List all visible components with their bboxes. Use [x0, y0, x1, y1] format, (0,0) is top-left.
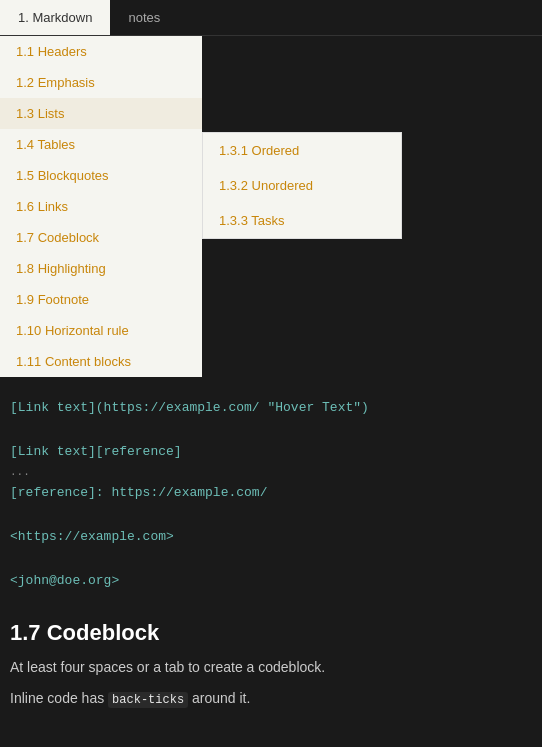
submenu-item-tasks[interactable]: 1.3.3 Tasks [203, 203, 401, 238]
tab-notes-label: notes [128, 10, 160, 25]
code-line-1: [Link text](https://example.com/ "Hover … [10, 397, 532, 419]
code-line-blank2 [10, 504, 532, 526]
codeblock-inline-code: back-ticks [108, 692, 188, 708]
tab-bar: 1. Markdown notes [0, 0, 542, 36]
menu-item-emphasis[interactable]: 1.2 Emphasis [0, 67, 202, 98]
menu-item-highlighting[interactable]: 1.8 Highlighting [0, 253, 202, 284]
code-line-blank3 [10, 548, 532, 570]
code-line-dots: ... [10, 463, 532, 482]
menu-area: 1.1 Headers 1.2 Emphasis 1.3 Lists 1.4 T… [0, 36, 542, 377]
dropdown-menu: 1.1 Headers 1.2 Emphasis 1.3 Lists 1.4 T… [0, 36, 202, 377]
code-line-5: <john@doe.org> [10, 570, 532, 592]
code-block-links: [Link text](https://example.com/ "Hover … [6, 389, 536, 600]
codeblock-para2-suffix: around it. [188, 690, 250, 706]
menu-item-footnote[interactable]: 1.9 Footnote [0, 284, 202, 315]
codeblock-heading: 1.7 Codeblock [6, 620, 536, 646]
code-line-3: [reference]: https://example.com/ [10, 482, 532, 504]
codeblock-para2: Inline code has back-ticks around it. [6, 687, 536, 710]
codeblock-para2-prefix: Inline code has [10, 690, 108, 706]
code-line-blank1 [10, 419, 532, 441]
menu-item-content-blocks[interactable]: 1.11 Content blocks [0, 346, 202, 377]
tab-markdown-label: 1. Markdown [18, 10, 92, 25]
codeblock-para1: At least four spaces or a tab to create … [6, 656, 536, 678]
submenu: 1.3.1 Ordered 1.3.2 Unordered 1.3.3 Task… [202, 132, 402, 239]
code-line-2: [Link text][reference] [10, 441, 532, 463]
menu-item-headers[interactable]: 1.1 Headers [0, 36, 202, 67]
tab-notes[interactable]: notes [110, 0, 178, 35]
menu-item-horizontal[interactable]: 1.10 Horizontal rule [0, 315, 202, 346]
menu-item-lists[interactable]: 1.3 Lists [0, 98, 202, 129]
menu-item-links[interactable]: 1.6 Links [0, 191, 202, 222]
submenu-item-ordered[interactable]: 1.3.1 Ordered [203, 133, 401, 168]
tab-markdown[interactable]: 1. Markdown [0, 0, 110, 35]
code-line-4: <https://example.com> [10, 526, 532, 548]
menu-item-codeblock[interactable]: 1.7 Codeblock [0, 222, 202, 253]
menu-item-tables[interactable]: 1.4 Tables [0, 129, 202, 160]
main-content: [Link text](https://example.com/ "Hover … [0, 377, 542, 730]
menu-row: 1.1 Headers 1.2 Emphasis 1.3 Lists 1.4 T… [0, 36, 542, 377]
submenu-item-unordered[interactable]: 1.3.2 Unordered [203, 168, 401, 203]
menu-item-blockquotes[interactable]: 1.5 Blockquotes [0, 160, 202, 191]
